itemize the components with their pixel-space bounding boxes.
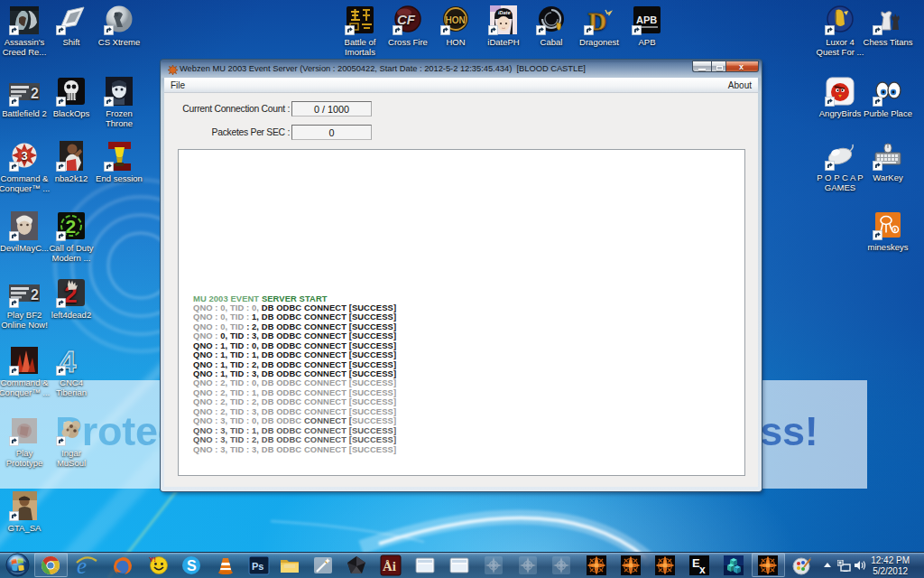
svg-text:HON: HON	[446, 15, 466, 25]
svg-text:S: S	[187, 558, 197, 573]
svg-text:Ps: Ps	[252, 561, 263, 572]
svg-text:APB: APB	[636, 14, 657, 25]
svg-text:Åi: Åi	[383, 559, 396, 573]
svg-text:3: 3	[21, 149, 27, 163]
svg-text:2: 2	[66, 216, 77, 237]
svg-text:iDate: iDate	[498, 10, 510, 15]
svg-text:2: 2	[31, 287, 39, 303]
svg-text:x: x	[699, 564, 706, 576]
svg-text:2: 2	[31, 86, 39, 101]
svg-text:Y!: Y!	[149, 555, 156, 564]
